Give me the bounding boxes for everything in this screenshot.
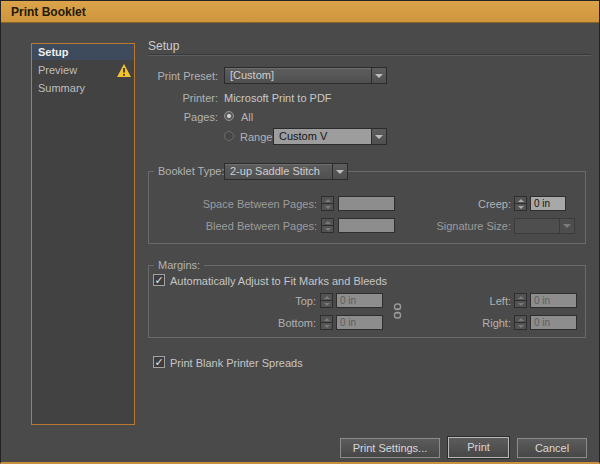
bleed-between-pages-field (338, 218, 395, 233)
pages-range-label: Range: (240, 131, 275, 144)
checkmark-icon: ✓ (154, 274, 163, 286)
creep-field[interactable]: 0 in (530, 196, 566, 211)
margin-right-label: Right: (451, 317, 511, 330)
sidebar-item-label: Preview (38, 64, 77, 76)
print-blank-spreads-checkbox[interactable]: ✓ (153, 356, 165, 368)
sidebar-item-label: Summary (38, 82, 85, 94)
bleed-between-pages-label: Bleed Between Pages: (167, 220, 317, 233)
sidebar-item-label: Setup (38, 46, 69, 58)
booklet-type-value: 2-up Saddle Stitch (225, 164, 332, 179)
margin-top-stepper (320, 293, 333, 308)
print-preset-dropdown[interactable]: [Custom] (224, 67, 387, 84)
dialog-title: Print Booklet (11, 5, 86, 19)
space-between-pages-stepper (321, 196, 334, 211)
space-between-pages-label: Space Between Pages: (167, 198, 317, 211)
margin-right-stepper (514, 315, 527, 330)
signature-size-dropdown (514, 218, 575, 234)
margin-bottom-field: 0 in (336, 315, 383, 330)
space-between-pages-field (338, 196, 395, 211)
margin-left-stepper (514, 293, 527, 308)
margin-right-field: 0 in (530, 315, 577, 330)
auto-adjust-checkbox[interactable]: ✓ (153, 274, 165, 286)
sidebar-item-setup[interactable]: Setup (32, 44, 134, 60)
print-button[interactable]: Print (448, 437, 509, 458)
pages-label: Pages: (108, 111, 218, 124)
signature-size-label: Signature Size: (396, 220, 511, 233)
creep-stepper[interactable] (514, 196, 527, 211)
print-settings-button[interactable]: Print Settings... (340, 438, 440, 458)
auto-adjust-label: Automatically Adjust to Fit Marks and Bl… (170, 275, 387, 288)
printer-value: Microsoft Print to PDF (224, 92, 332, 105)
heading-divider (148, 54, 591, 56)
checkmark-icon: ✓ (154, 356, 163, 368)
margin-bottom-label: Bottom: (246, 317, 316, 330)
dialog-titlebar[interactable]: Print Booklet (1, 1, 599, 23)
booklet-type-label: Booklet Type: (154, 165, 228, 177)
link-margins-icon[interactable] (391, 303, 404, 323)
chevron-down-icon (371, 68, 386, 83)
screenshot: Print Booklet Setup Preview Summary (0, 0, 600, 468)
printer-label: Printer: (108, 92, 218, 105)
chevron-down-icon (371, 129, 386, 144)
pages-all-label: All (241, 111, 253, 124)
range-combobox[interactable]: Custom V (273, 128, 387, 145)
range-value: Custom V (274, 129, 371, 144)
margin-top-field: 0 in (336, 293, 383, 308)
pages-all-radio[interactable] (224, 111, 234, 121)
margins-label: Margins: (154, 259, 204, 271)
signature-size-value (515, 219, 559, 233)
print-blank-spreads-label: Print Blank Printer Spreads (170, 357, 303, 370)
bleed-between-pages-stepper (321, 218, 334, 233)
margin-bottom-stepper (320, 315, 333, 330)
chevron-down-icon (332, 164, 347, 179)
print-preset-label: Print Preset: (108, 70, 218, 83)
page-title: Setup (148, 39, 179, 53)
pages-range-radio[interactable] (224, 131, 234, 141)
margin-top-label: Top: (246, 295, 316, 308)
booklet-type-dropdown[interactable]: 2-up Saddle Stitch (224, 163, 348, 180)
cancel-button[interactable]: Cancel (517, 438, 587, 458)
chevron-down-icon (559, 219, 574, 233)
margin-left-label: Left: (451, 295, 511, 308)
margin-left-field: 0 in (530, 293, 577, 308)
creep-label: Creep: (411, 198, 511, 211)
print-booklet-dialog: Print Booklet Setup Preview Summary (0, 0, 600, 464)
print-preset-value: [Custom] (225, 68, 371, 83)
